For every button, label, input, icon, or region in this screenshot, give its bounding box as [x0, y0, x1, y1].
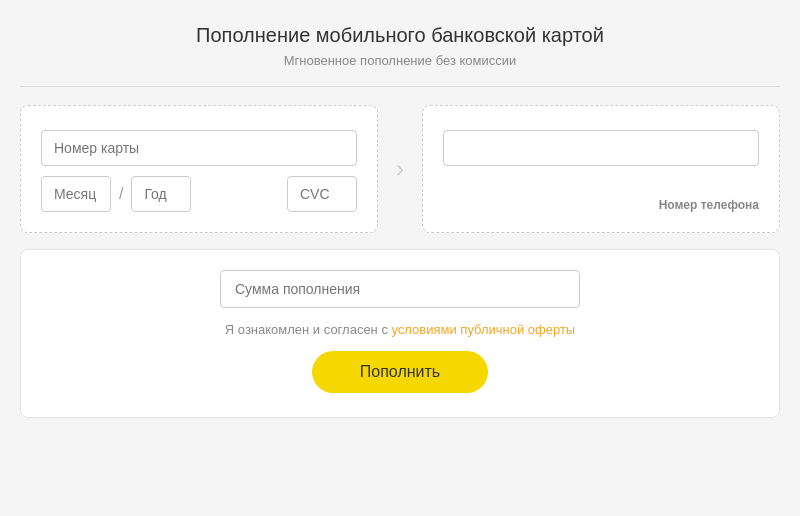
month-input[interactable]	[41, 176, 111, 212]
page-title: Пополнение мобильного банковской картой	[196, 24, 604, 47]
card-info-box: /	[20, 105, 378, 233]
card-date-row: /	[41, 176, 357, 212]
year-input[interactable]	[131, 176, 191, 212]
amount-input[interactable]	[220, 270, 580, 308]
terms-link[interactable]: условиями публичной оферты	[392, 322, 576, 337]
amount-section: Я ознакомлен и согласен с условиями публ…	[20, 249, 780, 418]
phone-input-wrapper: +380	[443, 130, 759, 166]
phone-label: Номер телефона	[659, 198, 759, 212]
card-number-input[interactable]	[41, 130, 357, 166]
submit-button[interactable]: Пополнить	[312, 351, 488, 393]
slash-separator: /	[119, 185, 123, 203]
arrow-box: ›	[378, 105, 422, 233]
divider	[20, 86, 780, 87]
terms-text: Я ознакомлен и согласен с условиями публ…	[225, 322, 575, 337]
phone-box: +380 Номер телефона	[422, 105, 780, 233]
card-section: / › +380 Номер телефона	[20, 105, 780, 233]
phone-input[interactable]: +380	[443, 130, 759, 166]
cvc-input[interactable]	[287, 176, 357, 212]
page-subtitle: Мгновенное пополнение без комиссии	[284, 53, 517, 68]
arrow-right-icon: ›	[396, 155, 404, 183]
page-wrapper: Пополнение мобильного банковской картой …	[0, 0, 800, 516]
